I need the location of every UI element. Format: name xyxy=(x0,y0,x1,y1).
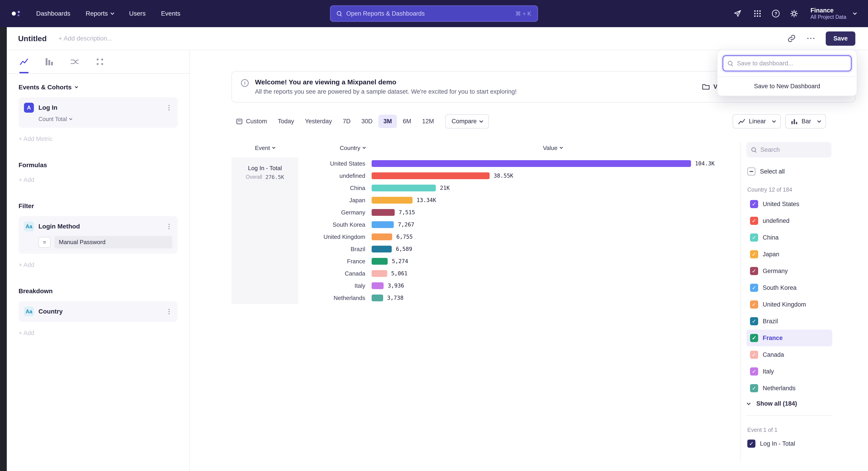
feedback-send-icon[interactable] xyxy=(732,8,743,19)
nav-item-users[interactable]: Users xyxy=(129,10,146,17)
date-option-yesterday[interactable]: Yesterday xyxy=(300,115,337,128)
bar[interactable] xyxy=(372,270,387,277)
date-option-7d[interactable]: 7D xyxy=(338,115,355,128)
tab-funnel-chart-icon[interactable] xyxy=(45,50,54,73)
add-formula-button[interactable]: + Add xyxy=(19,176,178,183)
save-dashboard-search-box[interactable] xyxy=(722,55,852,71)
compare-button[interactable]: Compare xyxy=(445,114,489,128)
legend-item-united-kingdom[interactable]: United Kingdom xyxy=(746,296,832,313)
more-options-icon[interactable] xyxy=(807,35,816,42)
tab-retention-chart-icon[interactable] xyxy=(95,50,104,73)
checkbox-checked-icon[interactable] xyxy=(750,217,758,225)
nav-item-dashboards[interactable]: Dashboards xyxy=(36,10,70,17)
checkbox-checked-icon[interactable] xyxy=(750,317,758,325)
date-option-today[interactable]: Today xyxy=(273,115,299,128)
save-dashboard-search-input[interactable] xyxy=(737,60,846,67)
kebab-menu-icon[interactable] xyxy=(166,223,172,230)
bar[interactable] xyxy=(372,246,392,253)
legend-item-canada[interactable]: Canada xyxy=(746,346,832,363)
legend-item-brazil[interactable]: Brazil xyxy=(746,313,832,330)
legend-search-box[interactable] xyxy=(746,142,831,157)
events-cohorts-header[interactable]: Events & Cohorts xyxy=(19,84,178,91)
column-header-country[interactable]: Country xyxy=(306,145,372,152)
chart-mode-button[interactable]: Bar xyxy=(785,114,826,128)
filter-operator[interactable]: = xyxy=(38,237,51,248)
checkbox-checked-icon[interactable] xyxy=(750,250,758,258)
legend-item-japan[interactable]: Japan xyxy=(746,246,832,263)
bar[interactable] xyxy=(372,282,383,289)
filter-value-field[interactable]: Manual Password xyxy=(54,236,172,248)
column-header-value[interactable]: Value xyxy=(372,145,734,152)
date-option-custom[interactable]: Custom xyxy=(231,115,272,128)
breakdown-property-name[interactable]: Country xyxy=(38,308,63,315)
legend-item-south-korea[interactable]: South Korea xyxy=(746,279,832,296)
legend-item-italy[interactable]: Italy xyxy=(746,363,832,380)
date-option-30d[interactable]: 30D xyxy=(356,115,378,128)
bar[interactable] xyxy=(372,233,392,240)
bar[interactable] xyxy=(372,172,490,179)
bar[interactable] xyxy=(372,221,394,228)
checkbox-checked-icon[interactable] xyxy=(750,351,758,359)
kebab-menu-icon[interactable] xyxy=(166,105,172,111)
legend-item-france[interactable]: France xyxy=(746,330,832,346)
metric-name[interactable]: Log In xyxy=(38,104,57,111)
line-mode-button[interactable]: Linear xyxy=(733,114,781,128)
save-button[interactable]: Save xyxy=(826,31,855,46)
add-breakdown-button[interactable]: + Add xyxy=(19,330,178,336)
apps-grid-icon[interactable] xyxy=(752,8,763,19)
kebab-menu-icon[interactable] xyxy=(166,308,172,315)
select-all-row[interactable]: Select all xyxy=(746,168,855,176)
mixpanel-logo[interactable] xyxy=(12,11,20,16)
chart-type-tabs xyxy=(7,50,189,74)
checkbox-checked-icon[interactable] xyxy=(750,267,758,275)
event-cell[interactable]: Log In - Total Overall 276.5K xyxy=(231,157,298,304)
show-all-button[interactable]: Show all (184) xyxy=(746,400,855,407)
global-search-button[interactable]: Open Reports & Dashboards ⌘ + K xyxy=(330,5,538,22)
checkbox-indeterminate-icon[interactable] xyxy=(747,168,755,176)
settings-gear-icon[interactable] xyxy=(789,8,800,19)
legend-item-germany[interactable]: Germany xyxy=(746,263,832,279)
view-dashboards-button[interactable]: V xyxy=(702,83,717,90)
legend-item-netherlands[interactable]: Netherlands xyxy=(746,380,832,396)
help-icon[interactable] xyxy=(772,10,780,18)
report-title[interactable]: Untitled xyxy=(18,34,47,43)
bar[interactable] xyxy=(372,258,388,265)
add-description-field[interactable]: + Add description... xyxy=(59,35,113,42)
bar[interactable] xyxy=(372,185,436,192)
tab-flows-chart-icon[interactable] xyxy=(70,50,79,73)
checkbox-checked-icon[interactable] xyxy=(750,233,758,242)
nav-item-reports[interactable]: Reports xyxy=(86,10,114,17)
date-option-6m[interactable]: 6M xyxy=(398,115,416,128)
add-filter-button[interactable]: + Add xyxy=(19,262,178,268)
add-metric-button[interactable]: + Add Metric xyxy=(19,136,178,143)
tab-insights-chart-icon[interactable] xyxy=(20,50,29,73)
bar[interactable] xyxy=(372,209,395,216)
aggregation-selector[interactable]: Count Total xyxy=(38,116,172,122)
date-option-3m[interactable]: 3M xyxy=(378,115,397,128)
save-to-new-dashboard-item[interactable]: Save to New Dashboard xyxy=(717,77,857,96)
legend-event-checkbox[interactable] xyxy=(747,440,755,448)
bar[interactable] xyxy=(372,197,412,204)
filter-property-name[interactable]: Login Method xyxy=(38,223,80,230)
nav-item-events[interactable]: Events xyxy=(161,10,180,17)
checkbox-checked-icon[interactable] xyxy=(750,200,758,208)
checkbox-checked-icon[interactable] xyxy=(750,384,758,392)
legend-item-united-states[interactable]: United States xyxy=(746,196,832,212)
project-selector[interactable]: Finance All Project Data xyxy=(810,7,856,20)
legend-item-china[interactable]: China xyxy=(746,229,832,246)
bar[interactable] xyxy=(372,295,383,301)
breakdown-header: Breakdown xyxy=(19,288,178,295)
bar[interactable] xyxy=(372,160,691,167)
filter-card: Aa Login Method = Manual Password xyxy=(19,216,178,254)
checkbox-checked-icon[interactable] xyxy=(750,334,758,342)
country-column-label: Country xyxy=(340,145,360,152)
legend-search-input[interactable] xyxy=(761,146,827,153)
checkbox-checked-icon[interactable] xyxy=(750,300,758,308)
legend-event-item[interactable]: Log In - Total xyxy=(746,440,855,448)
column-header-event[interactable]: Event xyxy=(231,142,298,154)
legend-item-undefined[interactable]: undefined xyxy=(746,212,832,229)
copy-link-icon[interactable] xyxy=(786,33,797,44)
checkbox-checked-icon[interactable] xyxy=(750,284,758,292)
date-option-12m[interactable]: 12M xyxy=(417,115,439,128)
checkbox-checked-icon[interactable] xyxy=(750,367,758,376)
